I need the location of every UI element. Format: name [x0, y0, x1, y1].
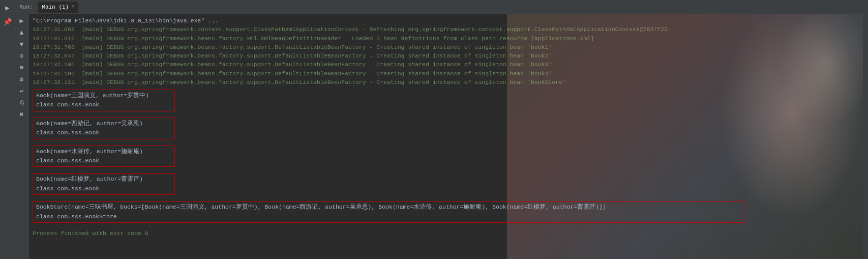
tab-label: Main (1) [42, 4, 69, 10]
log-line-1: "C:\Program Files\Java\jdk1.8.0_131\bin\… [28, 16, 863, 25]
process-finished-line: Process finished with exit code 0 [28, 229, 863, 238]
book4-output-box: Book(name=红楼梦, author=曹雪芹) class com.sss… [33, 173, 175, 195]
wrap-button[interactable]: ≡ [17, 63, 26, 72]
book1-output-box: Book(name=三国演义, author=罗贯中) class com.ss… [33, 90, 175, 111]
console-output: "C:\Program Files\Java\jdk1.8.0_131\bin\… [28, 14, 863, 259]
restore-button[interactable]: ↩ [17, 87, 26, 96]
log-line-7: 18:27:32.109 [main] DEBUG org.springfram… [28, 69, 863, 78]
book1-line2: class com.sss.Book [36, 100, 171, 109]
log-line-4: 18:27:31.768 [main] DEBUG org.springfram… [28, 43, 863, 51]
settings-button[interactable]: ⚙ [17, 75, 26, 84]
print-button[interactable]: ⎙ [17, 98, 26, 107]
log-line-8: 18:27:32.111 [main] DEBUG org.springfram… [28, 78, 863, 87]
log-line-2: 18:27:31.068 [main] DEBUG org.springfram… [28, 25, 863, 34]
log-line-3: 18:27:31.616 [main] DEBUG org.springfram… [28, 34, 863, 43]
run-icon[interactable]: ▶ [2, 2, 13, 13]
run-label: Run: [17, 4, 35, 10]
book3-line2: class com.sss.Book [36, 156, 171, 165]
log-line-5: 18:27:32.047 [main] DEBUG org.springfram… [28, 51, 863, 60]
scroll-up-button[interactable]: ▲ [17, 28, 26, 37]
stop-button[interactable]: ✖ [17, 110, 26, 119]
bookstore-line1: BookStore(name=三味书屋, books=[Book(name=三国… [36, 203, 741, 212]
log-line-6: 18:27:32.105 [main] DEBUG org.springfram… [28, 60, 863, 69]
book4-line2: class com.sss.Book [36, 184, 171, 193]
play-button[interactable]: ▶ [17, 16, 26, 25]
main-tab[interactable]: Main (1) × [38, 2, 78, 13]
bookstore-line2: class com.sss.BookStore [36, 212, 741, 221]
camera-button[interactable]: ⊙ [17, 51, 26, 61]
vertical-scrollbar[interactable] [863, 14, 868, 259]
book3-line1: Book(name=水浒传, author=施耐庵) [36, 147, 171, 156]
content-wrapper: ▶ ▲ ▼ ⊙ ≡ ⚙ ↩ ⎙ ✖ "C:\Program Files\Java… [15, 14, 868, 259]
toolbar: ▶ ▲ ▼ ⊙ ≡ ⚙ ↩ ⎙ ✖ [15, 14, 28, 259]
book3-output-box: Book(name=水浒传, author=施耐庵) class com.sss… [33, 146, 175, 167]
bookstore-output-box: BookStore(name=三味书屋, books=[Book(name=三国… [33, 201, 744, 223]
tab-close-button[interactable]: × [71, 4, 74, 10]
book2-line1: Book(name=西游记, author=吴承恩) [36, 119, 171, 128]
main-panel: Run: Main (1) × ▶ ▲ ▼ ⊙ ≡ ⚙ ↩ ⎙ ✖ "C:\Pr… [15, 0, 868, 259]
left-sidebar: ▶ 📌 [0, 0, 15, 259]
tab-bar: Run: Main (1) × [15, 0, 868, 14]
pin-icon[interactable]: 📌 [2, 16, 13, 27]
book2-line2: class com.sss.Book [36, 128, 171, 137]
book2-output-box: Book(name=西游记, author=吴承恩) class com.sss… [33, 118, 175, 139]
book1-line1: Book(name=三国演义, author=罗贯中) [36, 91, 171, 100]
book4-line1: Book(name=红楼梦, author=曹雪芹) [36, 175, 171, 184]
scroll-down-button[interactable]: ▼ [17, 40, 26, 49]
